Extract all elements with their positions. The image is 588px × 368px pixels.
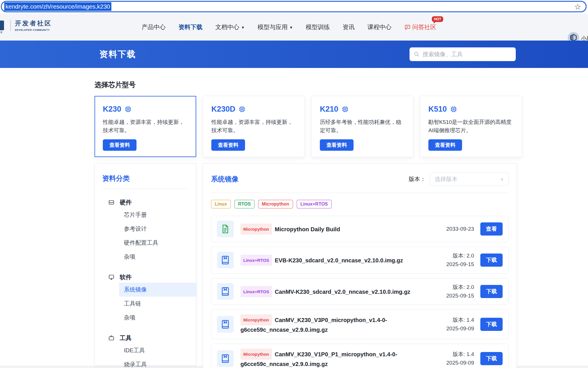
file-version: 版本: 1.4 bbox=[446, 316, 474, 324]
chip-card-K230[interactable]: K230 性能卓越，资源丰富，持续更新，技术可靠。 查看资料 bbox=[95, 96, 196, 157]
nav-item-label: 产品中心 bbox=[142, 23, 166, 31]
hot-badge: HOT bbox=[432, 16, 443, 22]
chat-bubble-icon bbox=[404, 24, 411, 30]
view-resources-button[interactable]: 查看资料 bbox=[103, 139, 137, 151]
chip-icon bbox=[124, 105, 132, 113]
nav-item-课程中心[interactable]: 课程中心 ▼ bbox=[368, 23, 392, 31]
monitor-icon bbox=[108, 274, 115, 281]
chip-card-K210[interactable]: K210 历经多年考验，性能功耗兼优，稳定可靠。 查看资料 bbox=[312, 96, 413, 157]
sidebar-group-label: 工具 bbox=[120, 334, 132, 342]
chip-name: K210 bbox=[320, 105, 338, 114]
file-date: 2025-09-15 bbox=[446, 260, 474, 269]
file-icon-box bbox=[217, 252, 234, 268]
sidebar-item-IDE工具[interactable]: IDE工具 bbox=[119, 343, 197, 357]
sidebar-item-工具链[interactable]: 工具链 bbox=[119, 297, 197, 311]
file-tag: Linux+RTOS bbox=[240, 286, 272, 297]
chip-description: 性能卓越，资源丰富，持续更新，技术可靠。 bbox=[103, 118, 188, 134]
page-banner: 资料下载 搜索镜像、工具 bbox=[0, 41, 588, 68]
book-icon bbox=[220, 286, 230, 297]
file-icon-box bbox=[217, 221, 234, 237]
view-resources-button[interactable]: 查看资料 bbox=[320, 139, 354, 151]
sidebar-divider bbox=[102, 189, 188, 189]
file-action-button[interactable]: 下载 bbox=[480, 285, 503, 298]
file-action-button[interactable]: 下载 bbox=[480, 352, 503, 365]
chip-icon bbox=[450, 105, 457, 113]
file-action-button[interactable]: 查看 bbox=[480, 222, 503, 236]
sidebar-item-系统镜像[interactable]: 系统镜像 bbox=[119, 283, 197, 297]
search-placeholder: 搜索镜像、工具 bbox=[423, 51, 463, 58]
sidebar-item-杂项[interactable]: 杂项 bbox=[119, 250, 197, 264]
book-icon bbox=[220, 255, 230, 265]
nav-item-资讯[interactable]: 资讯 ▼ bbox=[343, 23, 355, 31]
file-tag: Linux+RTOS bbox=[240, 255, 272, 266]
file-title: Micropython Daily Build bbox=[275, 226, 340, 232]
file-date: 2025-09-09 bbox=[446, 324, 474, 333]
url-bar[interactable]: kendryte.com/zh/resource/images,k230 ☆ bbox=[1, 1, 587, 12]
nav-item-问答社区[interactable]: 问答社区 ▼ HOT bbox=[404, 23, 436, 31]
search-input[interactable]: 搜索镜像、工具 bbox=[410, 47, 516, 61]
view-resources-button[interactable]: 查看资料 bbox=[211, 139, 245, 151]
sidebar-group-label: 软件 bbox=[120, 273, 132, 281]
sidebar-group-header[interactable]: 硬件 bbox=[102, 198, 188, 206]
nav-item-文档中心[interactable]: 文档中心 ▼ bbox=[215, 23, 245, 31]
file-row: MicropythonMicropython Daily Build 2033-… bbox=[211, 216, 509, 242]
chip-cards: K230 性能卓越，资源丰富，持续更新，技术可靠。 查看资料 K230D 性能卓… bbox=[95, 96, 522, 157]
file-row: MicropythonCanMV_K230_V1P0_P1_micropytho… bbox=[211, 344, 509, 368]
sidebar-group-label: 硬件 bbox=[120, 198, 132, 206]
chip-description: 历经多年考验，性能功耗兼优，稳定可靠。 bbox=[320, 118, 405, 134]
file-meta: 版本: 1.4 2025-09-09 bbox=[446, 316, 474, 333]
file-meta: 版本: 2.0 2025-09-15 bbox=[446, 252, 474, 269]
file-action-button[interactable]: 下载 bbox=[480, 318, 503, 331]
file-text-icon bbox=[220, 224, 230, 234]
sidebar-group: 工具 IDE工具烧录工具 bbox=[102, 334, 188, 368]
file-row: Linux+RTOSEVB-K230_sdcard_v2.0_nncase_v2… bbox=[211, 247, 509, 274]
file-date: 2025-09-15 bbox=[446, 291, 474, 300]
filter-tag-Micropython[interactable]: Micropython bbox=[258, 200, 293, 208]
panel-title: 系统镜像 bbox=[211, 174, 238, 184]
sidebar-item-芯片手册[interactable]: 芯片手册 bbox=[119, 208, 197, 222]
version-select[interactable]: 选择版本 ∨ bbox=[430, 172, 509, 186]
nav-item-资料下载[interactable]: 资料下载 ▼ bbox=[178, 23, 202, 31]
file-title: CanMV-K230_sdcard_v2.0_nncase_v2.10.0.im… bbox=[275, 289, 410, 295]
caret-down-icon: ▼ bbox=[241, 25, 245, 30]
logo-divider bbox=[10, 20, 11, 31]
sidebar-item-烧录工具[interactable]: 烧录工具 bbox=[119, 357, 197, 368]
file-meta: 版本: 2.0 2025-09-15 bbox=[446, 283, 474, 300]
sidebar-item-杂项[interactable]: 杂项 bbox=[119, 311, 197, 325]
chip-name: K230 bbox=[103, 105, 121, 114]
view-resources-button[interactable]: 查看资料 bbox=[428, 139, 462, 151]
nav-item-label: 模型训练 bbox=[306, 23, 330, 31]
nav-item-模型训练[interactable]: 模型训练 ▼ bbox=[306, 23, 330, 31]
chip-icon bbox=[341, 105, 349, 113]
url-selected-text[interactable]: kendryte.com/zh/resource/images,k230 bbox=[4, 2, 111, 11]
sidebar-group: 硬件 芯片手册参考设计硬件配置工具杂项 bbox=[102, 198, 188, 264]
sidebar-group-header[interactable]: 工具 bbox=[102, 334, 188, 342]
book-icon bbox=[220, 319, 230, 329]
filter-tag-RTOS[interactable]: RTOS bbox=[234, 200, 254, 208]
filter-tag-Linux[interactable]: Linux bbox=[211, 200, 231, 208]
filter-tag-Linux+RTOS[interactable]: Linux+RTOS bbox=[297, 200, 332, 208]
file-icon-box bbox=[217, 316, 234, 333]
file-tag: Micropython bbox=[240, 349, 272, 360]
bookmark-star-icon[interactable]: ☆ bbox=[574, 2, 581, 11]
sidebar-item-硬件配置工具[interactable]: 硬件配置工具 bbox=[119, 236, 197, 250]
file-action-button[interactable]: 下载 bbox=[480, 254, 503, 267]
version-label: 版本： bbox=[409, 175, 426, 183]
panel-divider bbox=[211, 193, 509, 193]
file-tag: Micropython bbox=[240, 224, 272, 235]
file-tag: Micropython bbox=[240, 314, 272, 325]
nav-item-模型与应用[interactable]: 模型与应用 ▼ bbox=[258, 23, 293, 31]
nav-item-产品中心[interactable]: 产品中心 ▼ bbox=[142, 23, 166, 31]
chip-card-K510[interactable]: K510 勘智K510是一款全面开源的高精度AI端侧推理芯片。 查看资料 bbox=[420, 96, 522, 157]
file-icon-box bbox=[217, 350, 234, 367]
sidebar-group-header[interactable]: 软件 bbox=[102, 273, 188, 281]
nav-item-label: 文档中心 bbox=[215, 23, 239, 31]
page-title: 资料下载 bbox=[99, 49, 136, 60]
sidebar-group: 软件 系统镜像工具链杂项 bbox=[102, 273, 188, 325]
nav-item-label: 模型与应用 bbox=[258, 23, 288, 31]
site-logo[interactable]: E 开发者社区 DEVELOPER COMMUNITY bbox=[0, 19, 52, 31]
nav-item-label: 资料下载 bbox=[178, 23, 202, 31]
sidebar-item-参考设计[interactable]: 参考设计 bbox=[119, 222, 197, 236]
nav-item-label: 问答社区 bbox=[412, 23, 436, 31]
chip-card-K230D[interactable]: K230D 性能卓越，资源丰富，持续更新，技术可靠。 查看资料 bbox=[203, 96, 305, 157]
